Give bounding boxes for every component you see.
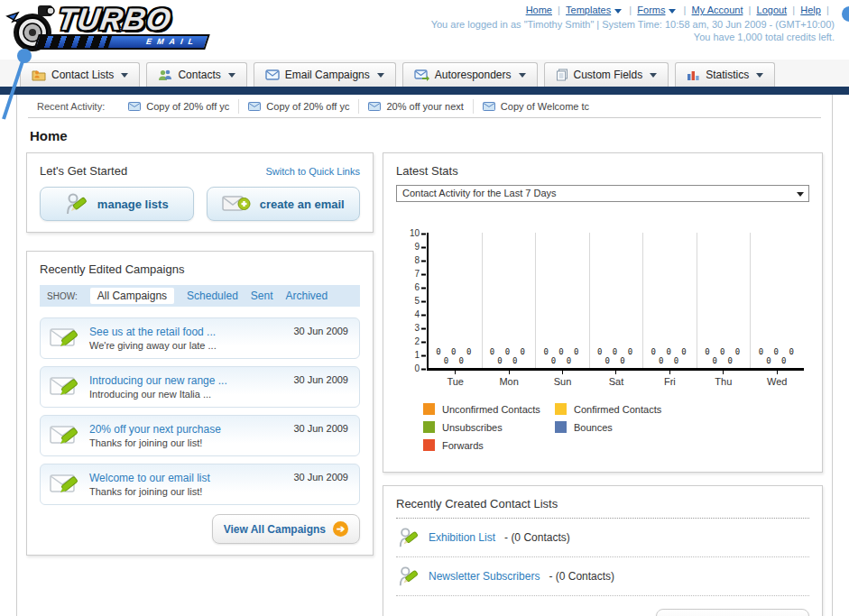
chart-day-group: 0 0 0 0 0 <box>643 233 697 368</box>
legend-item: Bounces <box>555 421 687 433</box>
tab-contacts[interactable]: Contacts <box>146 62 246 87</box>
campaigns-filterbar: SHOW: All Campaigns Scheduled Sent Archi… <box>40 285 360 307</box>
filter-all-campaigns[interactable]: All Campaigns <box>90 288 174 304</box>
contact-list-link[interactable]: Exhibition List <box>429 531 495 544</box>
tab-label: Email Campaigns <box>285 69 370 81</box>
view-all-campaigns-button[interactable]: View All Campaigns ➔ <box>212 514 360 544</box>
campaign-row[interactable]: Introducing our new range ... Introducin… <box>40 366 360 408</box>
header: TURBO EMAIL HomeTemplatesFormsMy Account… <box>0 0 849 60</box>
chevron-down-icon <box>650 73 657 78</box>
tab-custom-fields[interactable]: Custom Fields <box>544 62 669 87</box>
x-tick: Wed <box>751 371 804 387</box>
envelope-edit-icon <box>50 424 80 447</box>
tab-autoresponders[interactable]: Autoresponders <box>402 62 538 87</box>
create-email-button[interactable]: create an email <box>207 187 361 221</box>
logo-subtitle: EMAIL <box>145 37 200 46</box>
tab-contact-lists[interactable]: Contact Lists <box>20 62 140 87</box>
header-link-home[interactable]: Home <box>526 5 566 15</box>
x-tick: Mon <box>482 371 535 387</box>
legend-item: Unsubscribes <box>423 421 555 433</box>
legend-swatch <box>555 421 567 433</box>
filter-scheduled[interactable]: Scheduled <box>187 290 238 302</box>
data-value-labels: 0 0 0 0 0 <box>536 347 589 365</box>
main-nav: Contact Lists Contacts Email Campaigns A… <box>0 60 849 87</box>
person-pencil-icon <box>398 526 420 549</box>
x-tick-label: Mon <box>499 376 518 387</box>
header-link-help[interactable]: Help <box>800 5 835 15</box>
envelope-arrow-icon <box>414 69 429 81</box>
legend-item: Confirmed Contacts <box>555 403 687 415</box>
tab-email-campaigns[interactable]: Email Campaigns <box>254 62 396 87</box>
envelope-plus-icon <box>222 193 251 215</box>
contact-list-item[interactable]: Exhibition List - (0 Contacts) <box>396 519 809 557</box>
data-value-labels: 0 0 0 0 0 <box>429 347 482 365</box>
x-tick-label: Wed <box>767 376 787 387</box>
envelope-icon <box>483 102 495 111</box>
y-tick-label: 6 <box>414 282 420 292</box>
campaign-date: 30 Jun 2009 <box>293 326 348 336</box>
legend-item: Forwards <box>423 439 555 451</box>
campaign-row[interactable]: Welcome to our email list Thanks for joi… <box>40 464 360 505</box>
campaign-date: 30 Jun 2009 <box>293 374 348 385</box>
switch-quick-links[interactable]: Switch to Quick Links <box>265 166 360 177</box>
chart-day-group: 0 0 0 0 0 <box>536 233 590 368</box>
y-tick-label: 8 <box>414 255 420 265</box>
chevron-down-icon <box>669 9 676 14</box>
legend-label: Unconfirmed Contacts <box>442 404 540 415</box>
see-all-contact-lists-button[interactable]: See All Contact Lists ➔ <box>656 609 809 616</box>
filter-archived[interactable]: Archived <box>286 290 328 302</box>
legend-swatch <box>423 439 435 451</box>
header-links: HomeTemplatesFormsMy AccountLogoutHelp <box>431 5 835 15</box>
data-value-labels: 0 0 0 0 0 <box>483 347 536 365</box>
data-value-labels: 0 0 0 0 0 <box>697 347 751 365</box>
envelope-edit-icon <box>50 375 80 399</box>
chart-y-axis: 012345678910 <box>401 233 427 371</box>
x-tick-label: Sat <box>609 376 624 387</box>
show-label: SHOW: <box>47 291 78 301</box>
manage-lists-button[interactable]: manage lists <box>40 187 194 221</box>
x-tick: Thu <box>697 371 750 387</box>
recent-activity-item[interactable]: Copy of 20% off yc <box>119 99 238 114</box>
contact-lists-title: Recently Created Contact Lists <box>396 497 809 519</box>
contact-list-item[interactable]: Newsletter Subscribers - (0 Contacts) <box>396 557 809 596</box>
y-tick-label: 5 <box>414 296 420 306</box>
recent-activity-item[interactable]: 20% off your next <box>358 99 472 114</box>
app-logo: TURBO EMAIL <box>5 2 240 56</box>
contact-lists-folder-icon <box>32 69 46 81</box>
x-tick-label: Sun <box>554 376 572 387</box>
campaign-date: 30 Jun 2009 <box>293 423 348 434</box>
y-tick-label: 7 <box>414 269 420 279</box>
logo-banner: EMAIL <box>33 34 210 50</box>
tab-statistics[interactable]: Statistics <box>675 62 775 87</box>
chart-x-axis: TueMonSunSatFriThuWed <box>429 371 804 387</box>
contacts-people-icon <box>158 69 172 81</box>
header-link-forms[interactable]: Forms <box>637 5 691 15</box>
header-link-my-account[interactable]: My Account <box>692 5 757 15</box>
chevron-down-icon <box>121 73 128 78</box>
recently-edited-campaigns-panel: Recently Edited Campaigns SHOW: All Camp… <box>26 251 374 556</box>
y-tick-label: 1 <box>414 350 420 360</box>
page-title: Home <box>30 128 823 143</box>
filter-sent[interactable]: Sent <box>251 290 273 302</box>
contact-list-link[interactable]: Newsletter Subscribers <box>429 570 540 583</box>
header-link-templates[interactable]: Templates <box>566 5 637 15</box>
stats-range-select[interactable]: Contact Activity for the Last 7 Days <box>396 185 809 202</box>
recent-activity-item[interactable]: Copy of Welcome tc <box>473 99 598 114</box>
chart-day-group: 0 0 0 0 0 <box>429 233 483 368</box>
tab-label: Contacts <box>178 69 220 81</box>
latest-stats-panel: Latest Stats Contact Activity for the La… <box>383 152 823 473</box>
person-pencil-icon <box>65 192 88 216</box>
header-link-logout[interactable]: Logout <box>757 5 801 15</box>
y-tick-label: 10 <box>410 228 420 238</box>
x-tick-label: Fri <box>664 376 676 387</box>
envelope-edit-icon <box>50 473 80 496</box>
campaign-row[interactable]: 20% off your next purchase Thanks for jo… <box>40 415 360 456</box>
campaign-row[interactable]: See us at the retail food ... We're givi… <box>40 317 360 359</box>
legend-label: Unsubscribes <box>442 422 503 433</box>
recent-activity-item[interactable]: Copy of 20% off yc <box>238 99 358 114</box>
legend-label: Forwards <box>442 440 484 451</box>
campaign-date: 30 Jun 2009 <box>293 472 348 483</box>
email-envelope-icon <box>265 69 280 80</box>
envelope-icon <box>128 102 141 111</box>
navy-divider-bar <box>0 87 849 95</box>
